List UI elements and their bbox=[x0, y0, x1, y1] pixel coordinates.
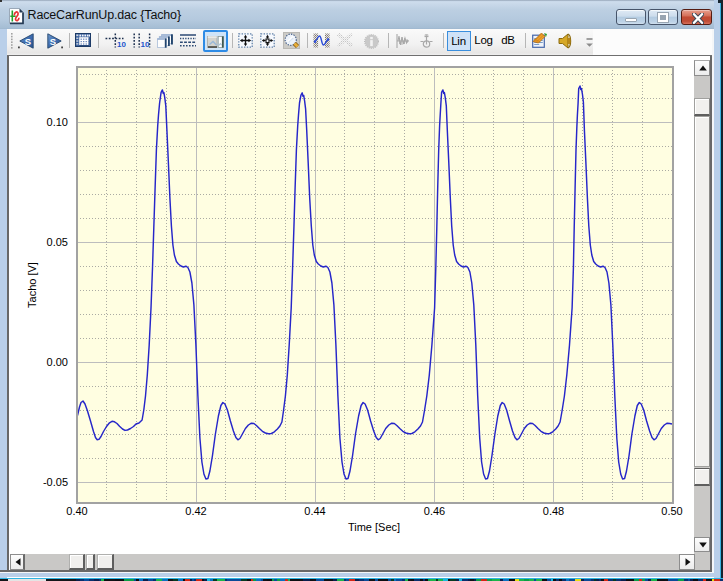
svg-text:10: 10 bbox=[117, 40, 126, 48]
svg-text:10: 10 bbox=[140, 40, 149, 48]
svg-text:S: S bbox=[49, 35, 55, 46]
svg-text:S: S bbox=[25, 35, 31, 46]
